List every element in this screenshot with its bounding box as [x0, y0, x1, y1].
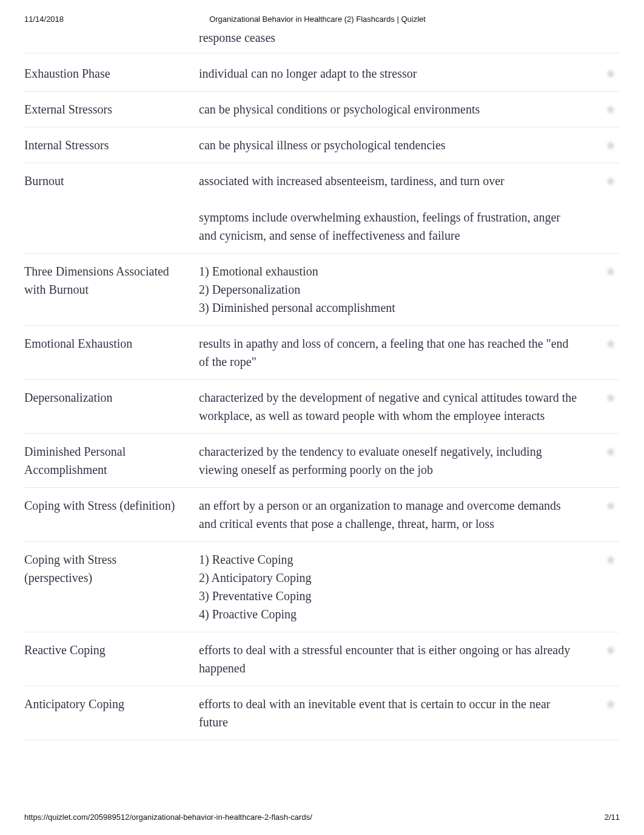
partial-card-row: response ceases: [24, 29, 620, 53]
card-row: Depersonalizationcharacterized by the de…: [24, 380, 620, 434]
star-icon[interactable]: [605, 338, 616, 349]
card-row: Burnoutassociated with increased absente…: [24, 163, 620, 254]
term-cell: Internal Stressors: [24, 136, 199, 154]
definition-cell: an effort by a person or an organization…: [199, 496, 602, 533]
star-icon[interactable]: [605, 392, 616, 403]
star-icon[interactable]: [605, 266, 616, 277]
card-row: Coping with Stress (perspectives)1) Reac…: [24, 542, 620, 632]
footer-page-number: 2/11: [605, 813, 620, 822]
definition-cell: associated with increased absenteeism, t…: [199, 172, 602, 245]
star-cell: [602, 334, 620, 349]
definition-cell: can be physical illness or psychological…: [199, 136, 602, 154]
star-cell: [602, 29, 620, 47]
term-cell: Anticipatory Coping: [24, 695, 199, 713]
term-cell: Reactive Coping: [24, 641, 199, 659]
term-cell: Emotional Exhaustion: [24, 334, 199, 353]
card-row: Anticipatory Copingefforts to deal with …: [24, 686, 620, 740]
term-cell: [24, 29, 199, 47]
page-header: 11/14/2018 Organizational Behavior in He…: [0, 0, 644, 29]
footer-url: https://quizlet.com/205989512/organizati…: [24, 813, 312, 822]
star-cell: [602, 388, 620, 403]
definition-cell: 1) Reactive Coping 2) Anticipatory Copin…: [199, 550, 602, 623]
definition-cell: characterized by the tendency to evaluat…: [199, 442, 602, 479]
definition-cell: efforts to deal with a stressful encount…: [199, 641, 602, 677]
star-cell: [602, 641, 620, 655]
card-row: Exhaustion Phaseindividual can no longer…: [24, 56, 620, 92]
star-icon[interactable]: [605, 644, 616, 655]
definition-cell: response ceases: [199, 29, 602, 47]
term-cell: Coping with Stress (definition): [24, 496, 199, 515]
star-icon[interactable]: [605, 68, 616, 79]
star-cell: [602, 172, 620, 186]
star-cell: [602, 442, 620, 457]
star-cell: [602, 64, 620, 79]
star-icon[interactable]: [605, 500, 616, 511]
star-cell: [602, 136, 620, 150]
star-icon[interactable]: [605, 140, 616, 150]
card-row: External Stressorscan be physical condit…: [24, 92, 620, 127]
card-row: Internal Stressorscan be physical illnes…: [24, 127, 620, 163]
page-footer: https://quizlet.com/205989512/organizati…: [24, 813, 620, 822]
star-icon[interactable]: [605, 175, 616, 186]
print-title: Organizational Behavior in Healthcare (2…: [64, 15, 571, 24]
star-cell: [602, 695, 620, 709]
term-cell: Three Dimensions Associated with Burnout: [24, 262, 199, 299]
term-cell: Depersonalization: [24, 388, 199, 407]
star-icon[interactable]: [605, 698, 616, 709]
flashcard-list: response ceases Exhaustion Phaseindividu…: [0, 29, 644, 740]
definition-cell: can be physical conditions or psychologi…: [199, 100, 602, 118]
card-row: Emotional Exhaustionresults in apathy an…: [24, 326, 620, 380]
term-cell: External Stressors: [24, 100, 199, 118]
term-cell: Burnout: [24, 172, 199, 190]
card-row: Reactive Copingefforts to deal with a st…: [24, 632, 620, 686]
definition-cell: 1) Emotional exhaustion 2) Depersonaliza…: [199, 262, 602, 317]
term-cell: Diminished Personal Accomplishment: [24, 442, 199, 479]
card-row: Diminished Personal Accomplishmentcharac…: [24, 434, 620, 488]
definition-cell: characterized by the development of nega…: [199, 388, 602, 425]
star-cell: [602, 100, 620, 115]
term-cell: Exhaustion Phase: [24, 64, 199, 83]
star-icon[interactable]: [605, 446, 616, 457]
definition-cell: efforts to deal with an inevitable event…: [199, 695, 602, 731]
star-cell: [602, 550, 620, 565]
star-cell: [602, 496, 620, 511]
term-cell: Coping with Stress (perspectives): [24, 550, 199, 587]
definition-cell: results in apathy and loss of concern, a…: [199, 334, 602, 371]
star-icon[interactable]: [605, 104, 616, 115]
print-date: 11/14/2018: [24, 15, 64, 24]
card-row: Coping with Stress (definition)an effort…: [24, 488, 620, 542]
card-row: Three Dimensions Associated with Burnout…: [24, 254, 620, 326]
star-icon[interactable]: [605, 554, 616, 565]
definition-cell: individual can no longer adapt to the st…: [199, 64, 602, 83]
star-cell: [602, 262, 620, 277]
